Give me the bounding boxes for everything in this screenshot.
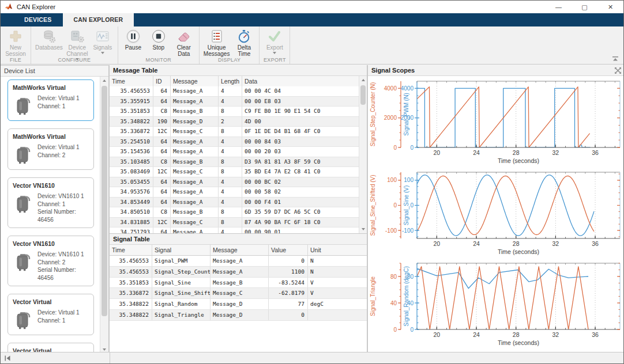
signal-table-panel: Signal Table TimeSignalMessageValueUnit … bbox=[110, 233, 367, 354]
scroll-down-icon[interactable] bbox=[359, 225, 367, 233]
svg-text:Time (seconds): Time (seconds) bbox=[498, 157, 539, 164]
tab-can-explorer[interactable]: CAN EXPLORER bbox=[63, 13, 134, 26]
cell-data: 00 00 4C 04 bbox=[242, 86, 359, 96]
svg-text:32: 32 bbox=[552, 149, 559, 156]
table-row[interactable]: 34.75179364Message_A400 00 90 01 bbox=[110, 227, 359, 233]
table-row[interactable]: 35.351853Signal_SineMessage_B-83.5244V bbox=[110, 278, 367, 289]
table-row[interactable]: 35.456553Signal_Step_CounterMessage_A110… bbox=[110, 267, 367, 278]
table-row[interactable]: 35.15453664Message_A400 00 20 03 bbox=[110, 147, 359, 157]
column-header-time[interactable]: Time bbox=[110, 76, 153, 86]
device-card-mathworks-virtual-0[interactable]: MathWorks VirtualDevice: Virtual 1Channe… bbox=[7, 79, 94, 121]
cell-message: Message_A bbox=[210, 256, 269, 266]
cell-message: Message_D bbox=[171, 117, 219, 127]
table-row[interactable]: 35.35591564Message_A400 00 E8 03 bbox=[110, 97, 359, 107]
table-row[interactable]: 34.850510C8Message_B86D 35 59 D7 DC A6 5… bbox=[110, 207, 359, 218]
device-channel-button[interactable]: DeviceChannel bbox=[65, 29, 90, 58]
pause-button[interactable]: Pause bbox=[121, 29, 146, 58]
column-header-message[interactable]: Message bbox=[210, 245, 269, 255]
column-header-length[interactable]: Length bbox=[219, 76, 242, 86]
cell-data: 00 00 20 03 bbox=[242, 147, 359, 157]
device-icon bbox=[15, 94, 32, 116]
cell-length: 4 bbox=[219, 227, 242, 233]
scroll-up-icon[interactable] bbox=[359, 76, 367, 84]
button-label: Export bbox=[266, 44, 283, 54]
collapse-ribbon-icon[interactable] bbox=[612, 56, 619, 62]
scrollbar-thumb[interactable] bbox=[360, 85, 366, 105]
column-header-signal[interactable]: Signal bbox=[152, 245, 210, 255]
table-row[interactable]: 35.351853C8Message_B8C9 FE B0 1E 90 E1 5… bbox=[110, 107, 359, 117]
column-header-value[interactable]: Value bbox=[269, 245, 308, 255]
device-card-mathworks-virtual-1[interactable]: MathWorks VirtualDevice: Virtual 1Channe… bbox=[7, 128, 94, 170]
can-explorer-window: CAN Explorer — ▢ ✕ DEVICESCAN EXPLORER N… bbox=[0, 0, 624, 364]
device-details: Device: VN1610 1Channel: 1Serial Number:… bbox=[37, 191, 89, 223]
cell-data: 00 00 E8 03 bbox=[242, 97, 359, 107]
cell-length: 8 bbox=[219, 157, 242, 167]
cell-length: 4 bbox=[219, 198, 242, 207]
device-icon bbox=[15, 251, 32, 272]
cell-data: 35 BD E4 7A E2 C8 41 C0 bbox=[242, 167, 359, 177]
table-row[interactable]: 35.33687212CMessage_C80F 1E DE D4 B1 68 … bbox=[110, 127, 359, 137]
tab-devices[interactable]: DEVICES bbox=[13, 13, 63, 26]
cell-value: -83.5244 bbox=[269, 278, 308, 288]
button-label: NewSession bbox=[5, 44, 26, 57]
svg-text:Time (seconds): Time (seconds) bbox=[498, 339, 539, 346]
cell-unit: degC bbox=[308, 299, 367, 309]
svg-text:36: 36 bbox=[592, 240, 599, 247]
minimize-button[interactable]: — bbox=[546, 1, 572, 13]
device-card-vector-virtual-4[interactable]: Vector VirtualDevice: Virtual 1Channel: … bbox=[7, 294, 94, 335]
svg-text:20: 20 bbox=[433, 149, 440, 156]
eraser-icon bbox=[176, 29, 191, 44]
table-row[interactable]: 35.05345564Message_A400 00 BC 02 bbox=[110, 177, 359, 188]
cell-id: 64 bbox=[153, 137, 171, 147]
device-details: Device: VN1610 1Channel: 2Serial Number:… bbox=[37, 249, 89, 282]
device-list-scrollbar[interactable] bbox=[100, 77, 108, 354]
maximize-button[interactable]: ▢ bbox=[572, 1, 597, 13]
delta-time-button[interactable]: DeltaTime bbox=[231, 29, 257, 58]
table-row[interactable]: 34.83188512CMessage_C887 4A 90 BA FC 6F … bbox=[110, 218, 359, 228]
table-row[interactable]: 35.45655364Message_A400 00 4C 04 bbox=[110, 86, 359, 97]
scroll-up-icon[interactable] bbox=[100, 77, 108, 85]
message-table-scrollbar[interactable] bbox=[359, 76, 367, 233]
table-row[interactable]: 34.95357664Message_A400 00 58 02 bbox=[110, 187, 359, 198]
column-header-time[interactable]: Time bbox=[110, 245, 152, 255]
cell-time: 35.254510 bbox=[110, 137, 153, 147]
table-row[interactable]: 35.08346912CMessage_C835 BD E4 7A E2 C8 … bbox=[110, 167, 359, 177]
clear-data-button[interactable]: ClearData bbox=[171, 29, 197, 58]
device-name: Vector VN1610 bbox=[13, 182, 89, 189]
svg-text:20: 20 bbox=[433, 240, 440, 247]
table-row[interactable]: 35.336872Signal_Sine_ShiftedMessage_C-62… bbox=[110, 288, 367, 299]
column-header-data[interactable]: Data bbox=[242, 76, 359, 86]
scrollbar-thumb[interactable] bbox=[102, 86, 107, 316]
table-row[interactable]: 34.85344964Message_A400 00 F4 01 bbox=[110, 198, 359, 208]
unique-messages-button[interactable]: UniqueMessages bbox=[202, 29, 232, 58]
signals-button[interactable]: Signals bbox=[90, 29, 115, 58]
column-header-id[interactable]: ID bbox=[153, 76, 171, 86]
svg-text:24: 24 bbox=[473, 331, 480, 338]
table-row[interactable]: 35.348822190Message_D24D 00 bbox=[110, 117, 359, 127]
column-header-message[interactable]: Message bbox=[171, 76, 219, 86]
stop-button[interactable]: Stop bbox=[146, 29, 171, 58]
export-button[interactable]: Export bbox=[262, 29, 287, 58]
device-icon bbox=[15, 143, 32, 165]
cell-id: C8 bbox=[153, 207, 171, 217]
cell-time: 35.351853 bbox=[110, 107, 153, 116]
table-row[interactable]: 35.25451064Message_A400 00 84 03 bbox=[110, 137, 359, 147]
table-row[interactable]: 35.348822Signal_RandomMessage_D77degC bbox=[110, 299, 367, 310]
cell-signal: Signal_Sine_Shifted bbox=[152, 288, 210, 298]
cell-data: 00 00 58 02 bbox=[242, 187, 359, 197]
column-header-unit[interactable]: Unit bbox=[308, 245, 367, 255]
device-card-vector-vn1610-2[interactable]: Vector VN1610Device: VN1610 1Channel: 1S… bbox=[7, 177, 94, 228]
dropdown-arrow-icon bbox=[101, 52, 104, 54]
device-card-vector-vn1610-3[interactable]: Vector VN1610Device: VN1610 1Channel: 2S… bbox=[7, 236, 94, 286]
table-row[interactable]: 35.103485C8Message_B8D3 9A 81 81 A3 8F 5… bbox=[110, 157, 359, 168]
expand-icon[interactable] bbox=[614, 67, 622, 74]
cell-message: Message_C bbox=[171, 127, 219, 136]
close-button[interactable]: ✕ bbox=[597, 1, 623, 13]
collapse-panel-icon[interactable] bbox=[4, 355, 11, 361]
table-row[interactable]: 35.348822Signal_TriangleMessage_D0 bbox=[110, 310, 367, 321]
databases-button[interactable]: Databases bbox=[33, 29, 65, 58]
new-session-button[interactable]: NewSession bbox=[3, 29, 28, 58]
cell-id: 64 bbox=[153, 86, 171, 96]
scope-chart-pwm-step-counter: 0020002000400040002024283236Time (second… bbox=[368, 76, 624, 167]
table-row[interactable]: 35.456553Signal_PWMMessage_A0N bbox=[110, 256, 367, 267]
